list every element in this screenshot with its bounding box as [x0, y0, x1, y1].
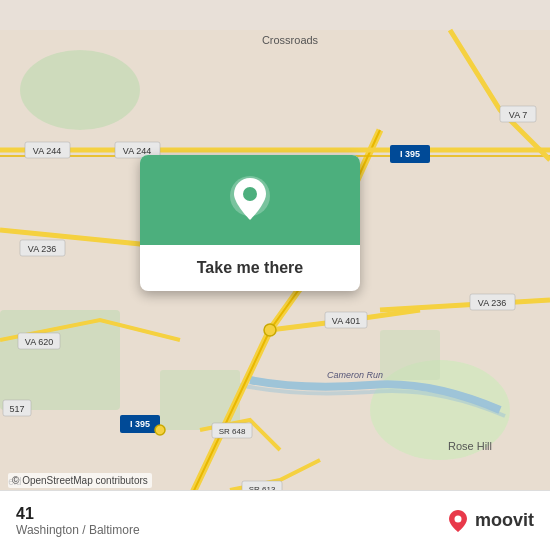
- take-me-there-button[interactable]: Take me there: [156, 259, 344, 277]
- pin-icon: [228, 174, 272, 226]
- svg-text:I 395: I 395: [400, 149, 420, 159]
- location-info: 41 Washington / Baltimore: [16, 505, 140, 537]
- svg-text:VA 244: VA 244: [33, 146, 61, 156]
- svg-point-34: [264, 324, 276, 336]
- svg-text:VA 620: VA 620: [25, 337, 53, 347]
- moovit-text: moovit: [475, 510, 534, 531]
- attribution: © OpenStreetMap contributors: [8, 473, 152, 488]
- svg-text:I 395: I 395: [130, 419, 150, 429]
- svg-text:Crossroads: Crossroads: [262, 34, 319, 46]
- location-name: 41: [16, 505, 140, 523]
- svg-text:VA 236: VA 236: [478, 298, 506, 308]
- svg-text:Cameron Run: Cameron Run: [327, 370, 383, 380]
- svg-text:VA 7: VA 7: [509, 110, 527, 120]
- svg-point-1: [20, 50, 140, 130]
- svg-text:517: 517: [9, 404, 24, 414]
- moovit-logo: moovit: [445, 508, 534, 534]
- location-region: Washington / Baltimore: [16, 523, 140, 537]
- moovit-pin-icon: [445, 508, 471, 534]
- attribution-text: © OpenStreetMap contributors: [12, 475, 148, 486]
- card-map-area: [140, 155, 360, 245]
- svg-point-35: [155, 425, 165, 435]
- svg-text:VA 401: VA 401: [332, 316, 360, 326]
- map-container: I 395 I 395 VA 244 VA 244 VA 236 VA 236 …: [0, 0, 550, 550]
- svg-point-38: [454, 515, 461, 522]
- card-button-area: Take me there: [140, 245, 360, 291]
- svg-point-37: [243, 187, 257, 201]
- svg-rect-5: [380, 330, 440, 380]
- svg-rect-2: [0, 310, 120, 410]
- take-me-there-card: Take me there: [140, 155, 360, 291]
- svg-text:Rose Hill: Rose Hill: [448, 440, 492, 452]
- svg-text:SR 648: SR 648: [219, 427, 246, 436]
- svg-text:VA 236: VA 236: [28, 244, 56, 254]
- bottom-bar: 41 Washington / Baltimore moovit: [0, 490, 550, 550]
